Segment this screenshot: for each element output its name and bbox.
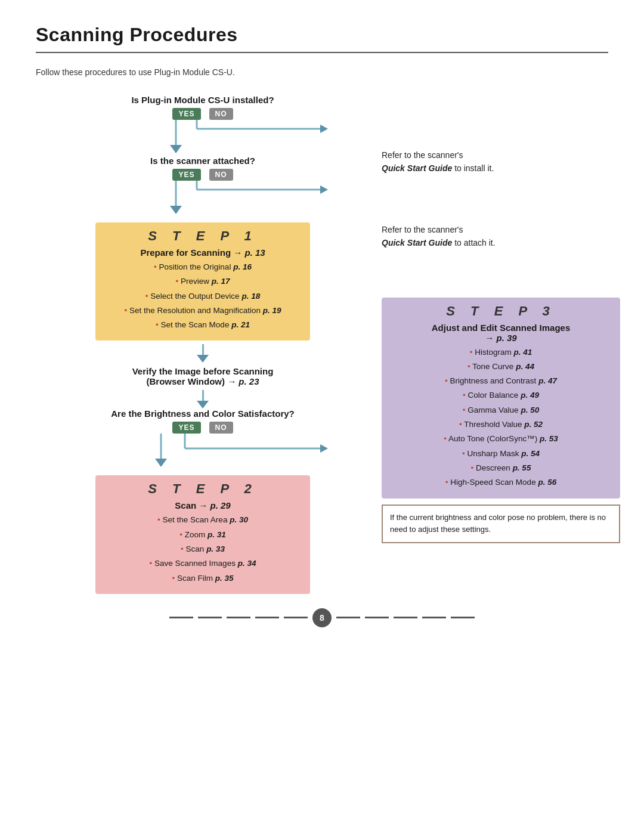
step3-item-9: Descreen p. 55 [390,461,612,475]
ref2-block: Refer to the scanner's Quick Start Guide… [382,223,620,250]
dash-5 [284,617,308,618]
step3-item-3: Brightness and Contrast p. 47 [390,374,612,388]
page-number: 8 [312,608,332,627]
step2-title: Scan → p. 29 [107,500,298,510]
verify-line2: (Browser Window) → p. 23 [36,376,370,386]
right-column: Refer to the scanner's Quick Start Guide… [382,95,620,543]
step2-item-2-text: Zoom [185,530,206,539]
verify-arrow: → p. 23 [227,376,259,386]
step3-item-1-page: p. 41 [514,348,532,357]
step2-item-4: Save Scanned Images p. 34 [107,556,298,571]
step3-item-2-page: p. 44 [516,362,534,371]
question1-node: Is Plug-in Module CS-U installed? YES NO [36,95,370,120]
step2-arrow: → [199,500,208,510]
step3-item-4: Color Balance p. 49 [390,388,612,403]
step2-items: Set the Scan Area p. 30 Zoom p. 31 Scan … [107,513,298,585]
step3-item-5-page: p. 50 [521,406,539,414]
step2-item-5-page: p. 35 [215,574,234,583]
q2-yes-badge: YES [172,169,200,181]
dash-7 [365,617,389,618]
step2-item-3-text: Scan [186,544,205,553]
step3-item-10-text: High-Speed Scan Mode [450,478,535,487]
ref1-line2: to install it. [454,163,494,173]
step2-page: p. 29 [210,500,231,510]
note-box: If the current brightness and color pose… [382,505,620,544]
step3-item-10-page: p. 56 [538,478,556,487]
q2-badges: YES NO [172,169,233,181]
ref1-bold: Quick Start Guide [382,163,452,173]
step3-item-7: Auto Tone (ColorSync™) p. 53 [390,432,612,446]
q1-no-badge: NO [209,108,233,120]
step3-item-6-text: Threshold Value [464,420,522,429]
svg-marker-1 [170,145,182,153]
ref1-block: Refer to the scanner's Quick Start Guide… [382,148,620,175]
step3-items: Histogram p. 41 Tone Curve p. 44 Brightn… [390,345,612,490]
page-title: Scanning Procedures [36,24,608,53]
q3-no-badge: NO [209,422,233,434]
step2-item-4-page: p. 34 [238,559,256,568]
step3-item-5: Gamma Value p. 50 [390,403,612,417]
step3-item-6-page: p. 52 [524,420,543,429]
step2-box: S T E P 2 Scan → p. 29 Set the Scan Area… [95,475,310,593]
step3-arrow: → [485,333,494,343]
step2-item-1: Set the Scan Area p. 30 [107,513,298,527]
step3-item-6: Threshold Value p. 52 [390,417,612,432]
step1-arrow: → [233,247,242,258]
step1-item-5-page: p. 21 [231,320,250,329]
ref2-line1: Refer to the scanner's [382,225,463,234]
step3-page: p. 39 [496,333,516,343]
step3-item-9-page: p. 55 [513,463,531,472]
step3-item-3-text: Brightness and Contrast [450,376,537,385]
dash-8 [394,617,417,618]
step3-item-3-page: p. 47 [538,376,557,385]
step1-page: p. 13 [244,247,265,258]
arrow-verify-down [202,390,204,401]
step1-item-4: Set the Resolution and Magnification p. … [107,304,298,318]
step3-item-7-text: Auto Tone (ColorSync™) [448,434,537,443]
dash-3 [227,617,250,618]
q3-badges: YES NO [172,422,233,434]
step3-item-4-text: Color Balance [468,391,519,400]
q2-no-badge: NO [209,169,233,181]
main-layout: Is Plug-in Module CS-U installed? YES NO [36,95,608,598]
intro-text: Follow these procedures to use Plug-in M… [36,67,608,77]
step3-title-text: Adjust and Edit Scanned Images [432,323,571,333]
step3-item-1-text: Histogram [475,348,512,357]
arrow-verify-head [197,401,209,408]
dash-4 [255,617,279,618]
step1-item-1-page: p. 16 [233,262,252,271]
step1-box: S T E P 1 Prepare for Scanning → p. 13 P… [95,222,310,341]
step1-item-5-text: Set the Scan Mode [161,320,230,329]
step1-title-text: Prepare for Scanning [140,247,231,258]
step1-item-2: Preview p. 17 [107,274,298,289]
step3-item-8-page: p. 54 [521,449,540,458]
step1-item-4-text: Set the Resolution and Magnification [129,306,261,315]
step2-item-5-text: Scan Film [177,574,213,583]
step2-item-2: Zoom p. 31 [107,528,298,542]
step1-title: Prepare for Scanning → p. 13 [107,247,298,258]
step2-item-1-page: p. 30 [230,515,248,524]
step3-section: S T E P 3 Adjust and Edit Scanned Images… [382,298,620,544]
step1-item-3: Select the Output Device p. 18 [107,289,298,304]
q3-yes-badge: YES [172,422,200,434]
q1-arrows-svg [36,120,370,162]
step3-box: S T E P 3 Adjust and Edit Scanned Images… [382,298,620,499]
ref2-line2: to attach it. [454,238,495,247]
dash-2 [198,617,222,618]
step3-item-5-text: Gamma Value [467,406,518,414]
svg-marker-4 [320,125,328,133]
verify-box: Verify the Image before Scanning (Browse… [36,366,370,386]
svg-marker-11 [155,459,167,467]
step1-item-5: Set the Scan Mode p. 21 [107,318,298,332]
left-column: Is Plug-in Module CS-U installed? YES NO [36,95,370,598]
q3-arrows-svg [36,434,370,475]
step1-item-3-text: Select the Output Device [150,292,239,301]
verify-line1: Verify the Image before Scanning [36,366,370,376]
step1-item-1: Position the Original p. 16 [107,260,298,274]
step3-item-2: Tone Curve p. 44 [390,360,612,374]
q2-arrows-svg [36,181,370,222]
step3-item-4-page: p. 49 [521,391,539,400]
step3-item-10: High-Speed Scan Mode p. 56 [390,475,612,490]
svg-marker-6 [170,206,182,214]
step2-title-text: Scan [175,500,196,510]
